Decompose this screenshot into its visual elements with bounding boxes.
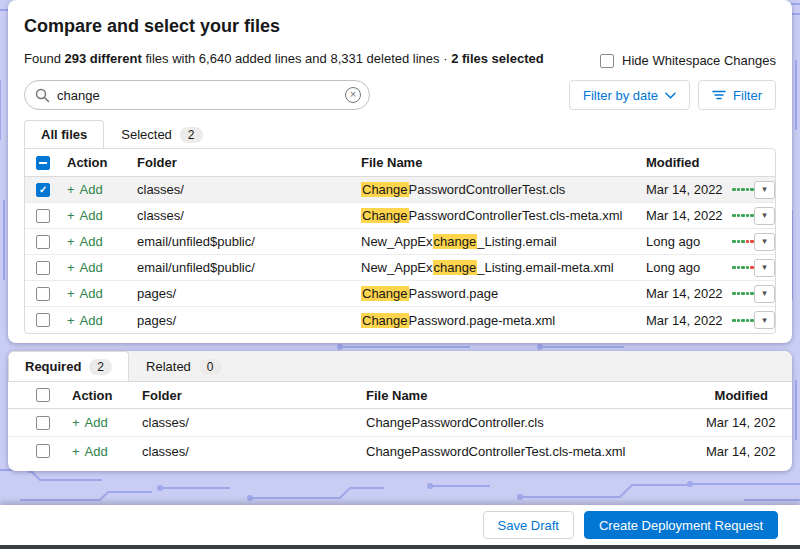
search-box: × <box>24 80 370 110</box>
folder-cell: pages/ <box>131 286 355 301</box>
file-post: PasswordControllerTest.cls <box>409 182 566 197</box>
row-checkbox[interactable] <box>36 209 50 223</box>
files-tabs: All files Selected 2 <box>24 120 776 148</box>
row-expand-button[interactable]: ▾ <box>754 285 775 303</box>
add-action-button[interactable]: +Add <box>67 313 103 328</box>
add-action-label: Add <box>80 182 103 197</box>
modified-cell: Long ago <box>640 234 726 249</box>
clear-search-icon[interactable]: × <box>345 87 361 103</box>
row-checkbox[interactable] <box>36 287 50 301</box>
add-action-label: Add <box>85 415 108 430</box>
folder-cell: email/unfiled$public/ <box>131 234 355 249</box>
search-icon <box>35 88 50 103</box>
file-name-cell: New_AppExchange_Listing.email-meta.xml <box>355 260 640 275</box>
diff-dot <box>741 214 745 217</box>
required-select-all-checkbox[interactable] <box>36 388 50 402</box>
file-row[interactable]: +Add email/unfiled$public/ New_AppExchan… <box>25 229 775 255</box>
filter-controls: Filter by date Filter <box>569 80 776 110</box>
select-all-checkbox[interactable] <box>36 156 50 170</box>
required-file-row[interactable]: +Add classes/ ChangePasswordControllerTe… <box>8 437 792 465</box>
modified-cell: Mar 14, 2022 <box>700 415 776 430</box>
file-row[interactable]: +Add classes/ ChangePasswordControllerTe… <box>25 203 775 229</box>
file-post: _Listing.email-meta.xml <box>477 260 614 275</box>
row-expand-button[interactable]: ▾ <box>754 181 775 199</box>
dependencies-panel: Required 2 Related 0 Action Folder File … <box>8 351 792 471</box>
file-name-cell: ChangePasswordControllerTest.cls <box>355 182 640 197</box>
plus-icon: + <box>72 444 80 459</box>
add-action-button[interactable]: +Add <box>67 260 103 275</box>
modified-cell: Mar 14, 2022 <box>640 208 726 223</box>
add-action-label: Add <box>80 260 103 275</box>
add-action-button[interactable]: +Add <box>67 286 103 301</box>
row-expand-button[interactable]: ▾ <box>754 207 775 225</box>
diff-indicator <box>726 188 754 191</box>
required-table-header: Action Folder File Name Modified <box>8 382 792 409</box>
required-file-row[interactable]: +Add classes/ ChangePasswordController.c… <box>8 409 792 437</box>
tab-label: Related <box>146 359 191 374</box>
hide-whitespace-toggle[interactable]: Hide Whitespace Changes <box>600 53 776 68</box>
row-checkbox[interactable] <box>36 235 50 249</box>
file-name-cell: ChangePasswordControllerTest.cls-meta.xm… <box>355 208 640 223</box>
create-deployment-request-button[interactable]: Create Deployment Request <box>584 511 778 539</box>
diff-dot <box>737 188 741 191</box>
folder-cell: classes/ <box>131 182 355 197</box>
file-name-cell: New_AppExchange_Listing.email <box>355 234 640 249</box>
files-table-body: +Add classes/ ChangePasswordControllerTe… <box>25 177 775 333</box>
row-checkbox[interactable] <box>36 261 50 275</box>
diff-indicator <box>726 214 754 217</box>
row-expand-button[interactable]: ▾ <box>754 259 775 277</box>
file-pre: New_AppEx <box>361 234 433 249</box>
search-highlight: Change <box>361 182 409 197</box>
file-row[interactable]: +Add pages/ ChangePassword.page Mar 14, … <box>25 281 775 307</box>
row-checkbox[interactable] <box>36 313 50 327</box>
file-row[interactable]: +Add classes/ ChangePasswordControllerTe… <box>25 177 775 203</box>
column-header-file-name: File Name <box>360 388 700 403</box>
file-row[interactable]: +Add pages/ ChangePassword.page-meta.xml… <box>25 307 775 333</box>
diff-dot <box>741 292 745 295</box>
add-action-button[interactable]: +Add <box>67 208 103 223</box>
tab-label: Selected <box>121 127 172 142</box>
file-name-cell: ChangePasswordController.cls <box>360 415 700 430</box>
row-expand-icon: ▾ <box>762 237 767 246</box>
column-header-folder: Folder <box>136 388 360 403</box>
diff-dot <box>737 319 741 322</box>
diff-indicator <box>726 319 754 322</box>
filter-by-date-button[interactable]: Filter by date <box>569 80 690 110</box>
plus-icon: + <box>67 208 75 223</box>
tab-all-files[interactable]: All files <box>24 120 104 148</box>
row-checkbox[interactable] <box>36 444 50 458</box>
add-action-button[interactable]: +Add <box>67 234 103 249</box>
modified-cell: Long ago <box>640 260 726 275</box>
file-pre: New_AppEx <box>361 260 433 275</box>
search-highlight: Change <box>361 313 409 328</box>
search-highlight: change <box>433 234 478 249</box>
file-post: _Listing.email <box>477 234 557 249</box>
add-action-button[interactable]: +Add <box>72 444 108 459</box>
tab-badge: 0 <box>199 359 222 375</box>
tab-selected[interactable]: Selected 2 <box>104 120 219 148</box>
file-name-cell: ChangePasswordControllerTest.cls-meta.xm… <box>360 444 700 459</box>
file-post: PasswordControllerTest.cls-meta.xml <box>409 208 623 223</box>
file-name-cell: ChangePassword.page-meta.xml <box>355 313 640 328</box>
diff-indicator <box>726 292 754 295</box>
tab-required[interactable]: Required 2 <box>8 351 129 381</box>
row-expand-button[interactable]: ▾ <box>754 311 775 329</box>
diff-dot <box>746 188 750 191</box>
file-row[interactable]: +Add email/unfiled$public/ New_AppExchan… <box>25 255 775 281</box>
column-header-action: Action <box>61 155 131 170</box>
filter-icon <box>712 89 726 101</box>
save-draft-button[interactable]: Save Draft <box>483 511 574 539</box>
folder-cell: pages/ <box>131 313 355 328</box>
search-input[interactable] <box>24 80 370 110</box>
add-action-button[interactable]: +Add <box>67 182 103 197</box>
tab-related[interactable]: Related 0 <box>129 351 239 381</box>
filter-button[interactable]: Filter <box>698 80 776 110</box>
row-expand-button[interactable]: ▾ <box>754 233 775 251</box>
compare-files-panel: Compare and select your files Hide White… <box>8 0 792 343</box>
add-action-button[interactable]: +Add <box>72 415 108 430</box>
row-checkbox[interactable] <box>36 416 50 430</box>
hide-whitespace-checkbox[interactable] <box>600 54 614 68</box>
search-highlight: change <box>433 260 478 275</box>
row-checkbox[interactable] <box>36 183 50 197</box>
modified-cell: Mar 14, 2022 <box>640 286 726 301</box>
